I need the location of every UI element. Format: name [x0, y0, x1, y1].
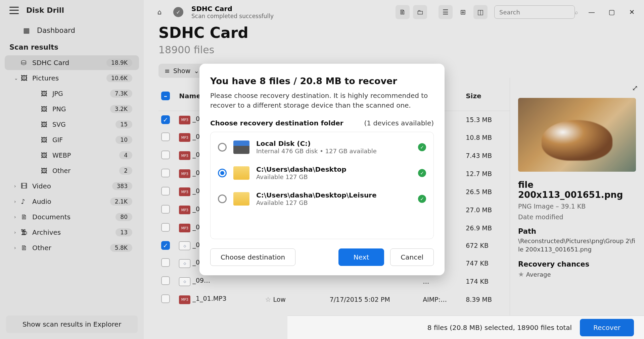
- destination-subtitle: Internal 476 GB disk • 127 GB available: [256, 148, 411, 155]
- next-button[interactable]: Next: [338, 248, 384, 266]
- modal-devices-label: (1 devices available): [364, 119, 434, 127]
- destination-list: Local Disk (C:)Internal 476 GB disk • 12…: [210, 132, 434, 239]
- destination-option[interactable]: C:\Users\dasha\Desktop\LeisureAvailable …: [211, 186, 433, 212]
- choose-destination-button[interactable]: Choose destination: [210, 248, 295, 266]
- destination-title: C:\Users\dasha\Desktop\Leisure: [256, 191, 411, 199]
- radio-button[interactable]: [218, 194, 227, 203]
- disk-icon: [233, 140, 249, 154]
- destination-subtitle: Available 127 GB: [256, 199, 411, 206]
- check-icon: ✓: [418, 169, 426, 177]
- destination-option[interactable]: C:\Users\dasha\DesktopAvailable 127 GB✓: [211, 160, 433, 186]
- recovery-destination-dialog: You have 8 files / 20.8 MB to recover Pl…: [199, 64, 445, 275]
- destination-option[interactable]: Local Disk (C:)Internal 476 GB disk • 12…: [211, 134, 433, 160]
- destination-subtitle: Available 127 GB: [256, 173, 411, 180]
- check-icon: ✓: [418, 143, 426, 151]
- check-icon: ✓: [418, 195, 426, 203]
- modal-title: You have 8 files / 20.8 MB to recover: [210, 76, 434, 86]
- destination-title: Local Disk (C:): [256, 139, 411, 148]
- modal-choose-label: Choose recovery destination folder: [210, 119, 343, 127]
- cancel-button[interactable]: Cancel: [390, 248, 434, 266]
- modal-subtitle: Please choose recovery destination. It i…: [210, 91, 434, 110]
- radio-button[interactable]: [218, 143, 227, 152]
- folder-icon: [233, 192, 249, 206]
- radio-button[interactable]: [218, 169, 227, 177]
- destination-title: C:\Users\dasha\Desktop: [256, 165, 411, 173]
- folder-icon: [233, 166, 249, 180]
- modal-overlay: You have 8 files / 20.8 MB to recover Pl…: [0, 0, 644, 339]
